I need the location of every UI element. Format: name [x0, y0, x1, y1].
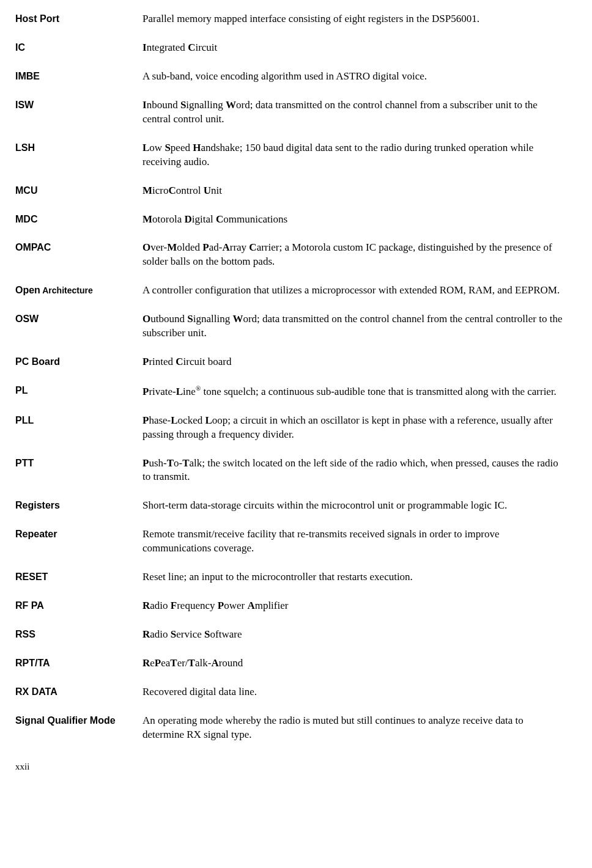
glossary-definition: A controller configuration that utilizes…	[142, 284, 564, 298]
glossary-definition: Remote transmit/receive facility that re…	[142, 528, 564, 556]
glossary-definition: Radio Frequency Power Amplifier	[142, 599, 564, 613]
glossary-definition: Push-To-Talk; the switch located on the …	[142, 457, 564, 485]
glossary-entry: Host PortParallel memory mapped interfac…	[15, 12, 564, 26]
glossary-entry: ICIntegrated Circuit	[15, 41, 564, 55]
glossary-entry: RPT/TARePeaTer/Talk-Around	[15, 657, 564, 671]
glossary-entry: OSWOutbound Signalling Word; data transm…	[15, 312, 564, 340]
glossary-term: OMPAC	[15, 241, 142, 254]
glossary-term: OSW	[15, 312, 142, 326]
glossary-term: PTT	[15, 457, 142, 470]
glossary-term: Host Port	[15, 12, 142, 26]
glossary-term: RX DATA	[15, 685, 142, 699]
glossary-definition: Inbound Signalling Word; data transmitte…	[142, 98, 564, 127]
glossary-term: RF PA	[15, 599, 142, 612]
glossary-term: Registers	[15, 499, 142, 512]
glossary-definition: Low Speed Handshake; 150 baud digital da…	[142, 141, 564, 169]
glossary-term: PC Board	[15, 355, 142, 369]
glossary-definition: Integrated Circuit	[142, 41, 564, 55]
glossary-entry: PLLPhase-Locked Loop; a circuit in which…	[15, 414, 564, 442]
glossary-entry: PLPrivate-Line® tone squelch; a continuo…	[15, 384, 564, 399]
glossary-entry: RepeaterRemote transmit/receive facility…	[15, 528, 564, 556]
glossary-entry: Open ArchitectureA controller configurat…	[15, 284, 564, 298]
glossary-term: RSS	[15, 628, 142, 641]
glossary-term: IC	[15, 41, 142, 54]
glossary-term: Open Architecture	[15, 284, 142, 297]
glossary-entry: RegistersShort-term data-storage circuit…	[15, 499, 564, 513]
glossary-definition: MicroControl Unit	[142, 184, 564, 198]
glossary-definition: Phase-Locked Loop; a circuit in which an…	[142, 414, 564, 442]
glossary-term: PL	[15, 384, 142, 397]
glossary-entry: IMBEA sub-band, voice encoding algorithm…	[15, 70, 564, 84]
glossary-definition: Recovered digital data line.	[142, 685, 564, 699]
glossary-entry: LSHLow Speed Handshake; 150 baud digital…	[15, 141, 564, 169]
glossary-entry: RESETReset line; an input to the microco…	[15, 570, 564, 584]
glossary-list: Host PortParallel memory mapped interfac…	[15, 12, 564, 742]
glossary-entry: MCUMicroControl Unit	[15, 184, 564, 198]
glossary-term: LSH	[15, 141, 142, 155]
glossary-entry: ISWInbound Signalling Word; data transmi…	[15, 98, 564, 127]
glossary-definition: Short-term data-storage circuits within …	[142, 499, 564, 513]
glossary-term: ISW	[15, 98, 142, 112]
glossary-entry: Signal Qualifier ModeAn operating mode w…	[15, 714, 564, 742]
glossary-definition: Outbound Signalling Word; data transmitt…	[142, 312, 564, 340]
glossary-term: MCU	[15, 184, 142, 197]
glossary-definition: Parallel memory mapped interface consist…	[142, 12, 564, 26]
page-number: xxii	[15, 760, 564, 773]
glossary-term: RPT/TA	[15, 657, 142, 670]
glossary-term: IMBE	[15, 70, 142, 83]
glossary-definition: Reset line; an input to the microcontrol…	[142, 570, 564, 584]
glossary-term: Repeater	[15, 528, 142, 541]
glossary-entry: PC BoardPrinted Circuit board	[15, 355, 564, 369]
glossary-entry: RF PARadio Frequency Power Amplifier	[15, 599, 564, 613]
glossary-entry: MDCMotorola Digital Communications	[15, 213, 564, 227]
glossary-entry: RX DATARecovered digital data line.	[15, 685, 564, 699]
glossary-entry: OMPACOver-Molded Pad-Array Carrier; a Mo…	[15, 241, 564, 269]
glossary-definition: A sub-band, voice encoding algorithm use…	[142, 70, 564, 84]
glossary-term: Signal Qualifier Mode	[15, 714, 142, 727]
glossary-definition: Printed Circuit board	[142, 355, 564, 369]
glossary-term: MDC	[15, 213, 142, 226]
glossary-definition: Over-Molded Pad-Array Carrier; a Motorol…	[142, 241, 564, 269]
glossary-definition: An operating mode whereby the radio is m…	[142, 714, 564, 742]
glossary-definition: Private-Line® tone squelch; a continuous…	[142, 384, 564, 399]
glossary-entry: PTTPush-To-Talk; the switch located on t…	[15, 457, 564, 485]
glossary-definition: RePeaTer/Talk-Around	[142, 657, 564, 671]
glossary-term: RESET	[15, 570, 142, 584]
glossary-term: PLL	[15, 414, 142, 427]
glossary-entry: RSSRadio Service Software	[15, 628, 564, 642]
glossary-definition: Motorola Digital Communications	[142, 213, 564, 227]
glossary-definition: Radio Service Software	[142, 628, 564, 642]
